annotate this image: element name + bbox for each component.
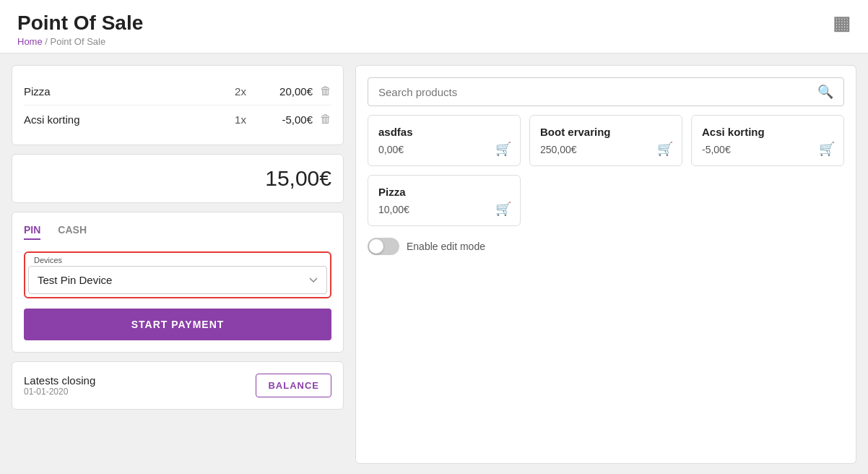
order-card: Pizza 2x 20,00€ 🗑 Acsi korting 1x -5,00€…	[12, 65, 344, 145]
breadcrumb: Home / Point Of Sale	[17, 36, 851, 47]
closing-title: Latests closing	[24, 374, 95, 387]
tab-pin[interactable]: PIN	[24, 224, 40, 240]
edit-mode-toggle[interactable]	[368, 238, 399, 255]
order-item-price: -5,00€	[255, 113, 313, 126]
payment-card: PIN CASH Devices Test Pin Device START P…	[12, 212, 344, 353]
right-panel: 🔍 asdfas 0,00€ 🛒 Boot ervaring 250,00€ 🛒…	[355, 65, 856, 464]
start-payment-button[interactable]: START PAYMENT	[24, 309, 331, 340]
page-title: Point Of Sale	[17, 12, 143, 35]
search-bar: 🔍	[368, 77, 844, 106]
devices-select-wrapper: Devices Test Pin Device	[24, 251, 331, 298]
product-card: Acsi korting -5,00€ 🛒	[691, 115, 844, 166]
order-item-name: Pizza	[24, 85, 226, 98]
search-icon: 🔍	[817, 84, 833, 100]
product-price: -5,00€	[702, 144, 833, 155]
balance-button[interactable]: BALANCE	[256, 374, 331, 397]
order-item-qty: 2x	[226, 85, 255, 98]
pos-icon: ▦	[833, 12, 851, 35]
product-name: asdfas	[378, 126, 510, 138]
app-header: Point Of Sale ▦ Home / Point Of Sale	[0, 0, 868, 53]
closing-date: 01-01-2020	[24, 387, 95, 397]
payment-tabs: PIN CASH	[24, 224, 331, 240]
add-to-cart-icon[interactable]: 🛒	[657, 141, 673, 157]
edit-mode-row: Enable edit mode	[368, 238, 844, 255]
add-to-cart-icon[interactable]: 🛒	[495, 141, 511, 157]
order-item-price: 20,00€	[255, 85, 313, 98]
product-price: 0,00€	[378, 144, 510, 155]
total-card: 15,00€	[12, 154, 344, 203]
add-to-cart-icon[interactable]: 🛒	[495, 201, 511, 217]
devices-label: Devices	[34, 256, 327, 264]
product-name: Pizza	[378, 186, 510, 198]
toggle-knob	[369, 239, 383, 254]
product-name: Boot ervaring	[540, 126, 672, 138]
breadcrumb-sep: /	[45, 36, 48, 47]
tab-cash[interactable]: CASH	[58, 224, 87, 240]
product-card: asdfas 0,00€ 🛒	[368, 115, 521, 166]
order-item-qty: 1x	[226, 113, 255, 126]
breadcrumb-current: Point Of Sale	[51, 36, 106, 47]
closing-card: Latests closing 01-01-2020 BALANCE	[12, 361, 344, 410]
total-amount: 15,00€	[265, 166, 331, 190]
order-item-name: Acsi korting	[24, 113, 226, 126]
product-price: 10,00€	[378, 204, 510, 215]
main-content: Pizza 2x 20,00€ 🗑 Acsi korting 1x -5,00€…	[0, 53, 868, 474]
table-row: Pizza 2x 20,00€ 🗑	[24, 77, 331, 105]
devices-select[interactable]: Test Pin Device	[28, 266, 327, 294]
products-grid: asdfas 0,00€ 🛒 Boot ervaring 250,00€ 🛒 A…	[368, 115, 844, 226]
add-to-cart-icon[interactable]: 🛒	[819, 141, 835, 157]
left-panel: Pizza 2x 20,00€ 🗑 Acsi korting 1x -5,00€…	[12, 65, 344, 464]
delete-icon[interactable]: 🗑	[320, 113, 331, 126]
delete-icon[interactable]: 🗑	[320, 85, 331, 98]
table-row: Acsi korting 1x -5,00€ 🗑	[24, 105, 331, 133]
search-input[interactable]	[378, 86, 817, 98]
product-name: Acsi korting	[702, 126, 833, 138]
edit-mode-label: Enable edit mode	[407, 241, 485, 252]
product-price: 250,00€	[540, 144, 672, 155]
breadcrumb-home[interactable]: Home	[17, 36, 43, 47]
product-card: Boot ervaring 250,00€ 🛒	[529, 115, 682, 166]
product-card: Pizza 10,00€ 🛒	[368, 175, 521, 226]
